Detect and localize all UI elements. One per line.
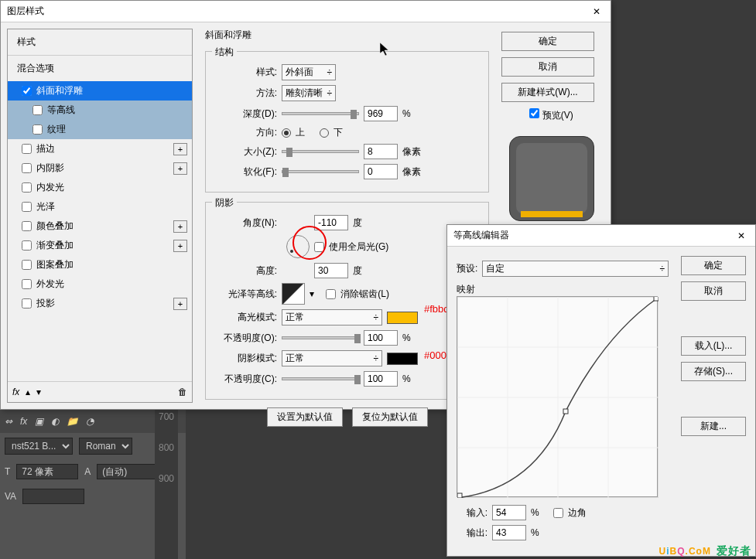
folder-icon[interactable]: 📁 — [67, 416, 78, 427]
adjust-icon[interactable]: ◔ — [86, 416, 94, 427]
style-item-contour[interactable]: 等高线 — [8, 101, 192, 120]
svg-rect-9 — [654, 297, 659, 301]
anti-alias-checkbox[interactable] — [326, 289, 336, 299]
drop-shadow-checkbox[interactable] — [22, 298, 32, 308]
font-size-icon: T — [5, 466, 10, 477]
style-item-color-overlay[interactable]: 颜色叠加+ — [8, 216, 192, 236]
fx-icon[interactable]: fx — [20, 416, 27, 427]
cancel-button[interactable]: 取消 — [681, 281, 746, 301]
texture-checkbox[interactable] — [32, 124, 43, 135]
shadow-opacity-slider[interactable] — [282, 377, 359, 380]
cancel-button[interactable]: 取消 — [501, 57, 594, 77]
style-item-pattern-overlay[interactable]: 图案叠加 — [8, 255, 192, 274]
svg-rect-7 — [457, 493, 462, 498]
ok-button[interactable]: 确定 — [681, 256, 746, 275]
curve-editor[interactable] — [457, 296, 658, 497]
outer-glow-checkbox[interactable] — [22, 279, 32, 289]
dialog-titlebar[interactable]: 图层样式 ✕ — [1, 1, 611, 22]
shadow-opacity-input[interactable] — [364, 371, 398, 387]
plus-icon[interactable]: + — [173, 240, 187, 252]
save-button[interactable]: 存储(S)... — [681, 362, 746, 381]
bevel-checkbox[interactable] — [22, 86, 32, 96]
pattern-overlay-checkbox[interactable] — [22, 260, 32, 270]
soften-slider[interactable] — [282, 170, 359, 173]
direction-up-radio[interactable] — [282, 128, 291, 138]
style-select[interactable]: 外斜面÷ — [282, 64, 336, 80]
plus-icon[interactable]: + — [173, 298, 187, 310]
inner-glow-checkbox[interactable] — [22, 182, 32, 193]
plus-icon[interactable]: + — [173, 220, 187, 233]
link-icon[interactable]: ⇔ — [5, 416, 12, 427]
size-slider[interactable] — [282, 150, 359, 153]
trash-icon[interactable]: 🗑 — [178, 387, 187, 397]
angle-input[interactable] — [314, 215, 348, 230]
plus-icon[interactable]: + — [173, 143, 187, 155]
load-button[interactable]: 载入(L)... — [681, 336, 746, 356]
contour-checkbox[interactable] — [32, 105, 43, 115]
stroke-checkbox[interactable] — [22, 144, 32, 154]
arrow-down-icon[interactable]: ▾ — [36, 387, 41, 397]
preview-swatch — [509, 136, 594, 221]
global-light-checkbox[interactable] — [314, 242, 324, 252]
angle-dial[interactable] — [286, 235, 310, 258]
tracking-input[interactable] — [22, 489, 84, 504]
caret-icon: ÷ — [327, 88, 332, 99]
new-button[interactable]: 新建... — [681, 417, 746, 436]
fx-label[interactable]: fx — [12, 387, 19, 397]
highlight-mode-select[interactable]: 正常÷ — [282, 309, 382, 326]
style-item-drop-shadow[interactable]: 投影+ — [8, 294, 192, 313]
shadow-mode-select[interactable]: 正常÷ — [282, 350, 382, 366]
altitude-input[interactable] — [314, 263, 348, 278]
contour-curve[interactable] — [457, 297, 659, 498]
color-overlay-checkbox[interactable] — [22, 221, 32, 231]
style-item-bevel[interactable]: 斜面和浮雕 — [8, 81, 192, 101]
dialog-titlebar[interactable]: 等高线编辑器 ✕ — [447, 225, 755, 247]
ok-button[interactable]: 确定 — [501, 32, 594, 51]
highlight-opacity-input[interactable] — [364, 330, 398, 346]
style-item-satin[interactable]: 光泽 — [8, 197, 192, 216]
preset-select[interactable]: 自定÷ — [482, 261, 669, 277]
corner-checkbox[interactable] — [553, 508, 563, 518]
style-item-inner-glow[interactable]: 内发光 — [8, 178, 192, 197]
inner-shadow-checkbox[interactable] — [22, 163, 32, 173]
gloss-contour-picker[interactable] — [282, 283, 305, 305]
font-family-select[interactable]: nst521 B... — [5, 438, 73, 455]
close-icon[interactable]: ✕ — [734, 228, 749, 244]
size-input[interactable] — [364, 144, 398, 159]
mask-icon[interactable]: ▣ — [35, 416, 43, 427]
shadow-color-swatch[interactable] — [387, 353, 418, 365]
blend-options-header[interactable]: 混合选项 — [8, 55, 192, 81]
soften-input[interactable] — [364, 164, 398, 179]
font-size-input[interactable] — [16, 464, 78, 479]
gradient-overlay-checkbox[interactable] — [22, 240, 32, 251]
depth-slider[interactable] — [282, 112, 359, 115]
new-style-button[interactable]: 新建样式(W)... — [501, 83, 594, 102]
fill-icon[interactable]: ◐ — [51, 416, 59, 427]
vertical-ruler: 700 800 900 — [155, 410, 178, 559]
style-item-inner-shadow[interactable]: 内阴影+ — [8, 158, 192, 178]
styles-header[interactable]: 样式 — [8, 29, 192, 55]
style-item-stroke[interactable]: 描边+ — [8, 139, 192, 158]
style-item-texture[interactable]: 纹理 — [8, 120, 192, 139]
make-default-button[interactable]: 设置为默认值 — [267, 407, 343, 427]
curve-output[interactable] — [492, 525, 526, 540]
dialog-title: 等高线编辑器 — [453, 229, 509, 242]
style-item-gradient-overlay[interactable]: 渐变叠加+ — [8, 236, 192, 255]
highlight-color-swatch[interactable] — [387, 312, 418, 324]
highlight-opacity-slider[interactable] — [282, 336, 359, 339]
technique-select[interactable]: 雕刻清晰÷ — [282, 85, 336, 101]
caret-icon[interactable]: ▾ — [310, 288, 314, 299]
close-icon[interactable]: ✕ — [589, 4, 604, 19]
satin-checkbox[interactable] — [22, 202, 32, 212]
preview-checkbox[interactable] — [529, 108, 539, 118]
leading-input[interactable] — [97, 464, 159, 479]
style-item-outer-glow[interactable]: 外发光 — [8, 274, 192, 294]
curve-input[interactable] — [492, 505, 526, 520]
arrow-up-icon[interactable]: ▴ — [26, 387, 30, 397]
reset-default-button[interactable]: 复位为默认值 — [352, 407, 428, 427]
caret-icon: ÷ — [327, 67, 332, 78]
direction-down-radio[interactable] — [320, 128, 329, 138]
plus-icon[interactable]: + — [173, 162, 187, 175]
font-style-select[interactable]: Roman — [79, 438, 132, 455]
depth-input[interactable] — [364, 106, 398, 121]
